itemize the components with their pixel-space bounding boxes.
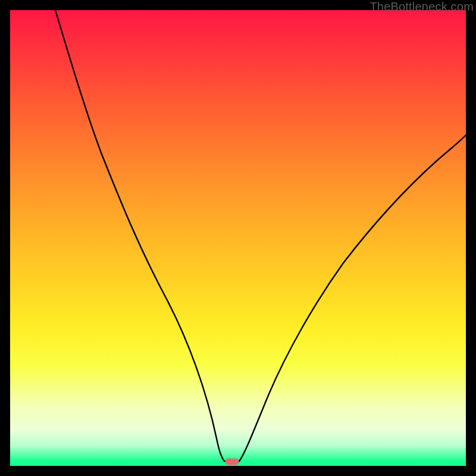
curve-right-branch (239, 135, 466, 461)
bottleneck-curve (10, 10, 466, 466)
min-marker (226, 459, 239, 465)
watermark-text: TheBottleneck.com (369, 0, 474, 14)
plot-area (10, 10, 466, 466)
chart-frame: TheBottleneck.com (0, 0, 476, 476)
curve-left-branch (55, 10, 224, 461)
